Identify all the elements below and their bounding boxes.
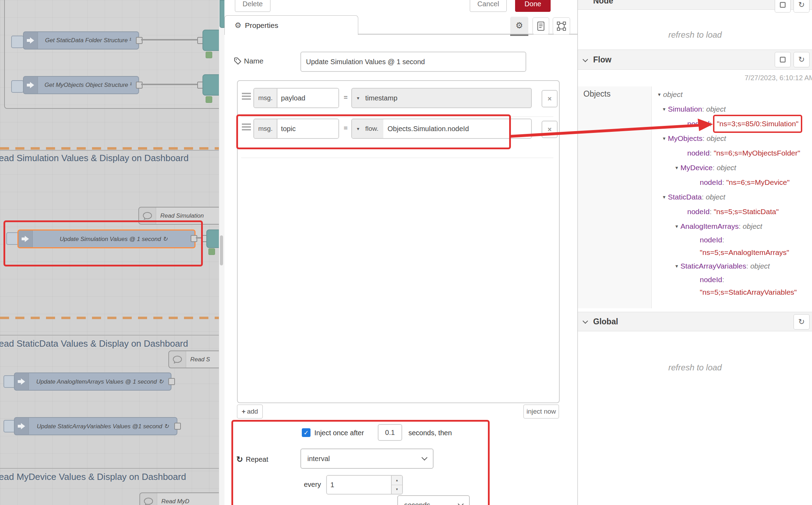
inject-once-checkbox[interactable]: ✓ <box>302 428 311 437</box>
tab-properties[interactable]: ⚙ Properties <box>224 15 358 35</box>
interval-count-input[interactable] <box>327 476 391 494</box>
tree-row-myobjects[interactable]: ▾MyObjects: object <box>655 131 812 146</box>
section-title-simulation: Read Simulation Values & Display on Dash… <box>0 153 189 164</box>
node-inject-update-analogitemarrays[interactable]: Update AnalogItemArrays Values @ 1 secon… <box>14 372 171 391</box>
chevron-down-icon <box>583 318 588 324</box>
refresh-global-context-button[interactable]: ↻ <box>794 314 810 330</box>
refresh-icon: ↻ <box>798 55 805 64</box>
tab-appearance-button[interactable] <box>553 17 570 35</box>
node-comment-read-mydevice[interactable]: Read MyD <box>139 492 226 505</box>
output-port[interactable] <box>136 82 143 89</box>
global-context-empty-message: refresh to load <box>578 363 812 372</box>
document-icon <box>537 22 545 31</box>
frame-icon <box>557 22 566 31</box>
remove-row-button[interactable]: × <box>542 121 558 138</box>
row-divider <box>241 116 553 117</box>
tree-row-staticdata[interactable]: ▾StaticData: object <box>655 190 812 204</box>
tab-properties-icon-button[interactable]: ⚙ <box>510 17 528 34</box>
tree-row-analogitemarrays[interactable]: ▾AnalogItemArrays: object <box>655 219 812 234</box>
typed-input-flow-context[interactable]: ▾ flow. <box>351 119 532 139</box>
node-comment-read-simulation[interactable]: Read Simulation <box>138 207 227 225</box>
prop-name-input[interactable] <box>277 119 338 138</box>
tree-row-staticarrayvariables-nodeid: nodeId: <box>655 273 812 286</box>
node-inject-get-myobjects[interactable]: Get MyObjects Object Structure ¹ <box>23 76 139 94</box>
delete-button[interactable]: Delete <box>235 0 270 12</box>
comment-bubble-icon <box>169 351 186 368</box>
spinner-down-icon: ▼ <box>392 485 402 494</box>
node-inject-get-staticdata[interactable]: Get StaticData Folder Structure ¹ <box>23 31 139 50</box>
node-label: Get MyObjects Object Structure ¹ <box>38 82 138 89</box>
interval-units-select[interactable]: seconds <box>397 495 470 505</box>
annotation-box-nodeid-value: "ns=3;s=85/0:Simulation" <box>713 115 802 133</box>
output-port[interactable] <box>174 423 181 430</box>
add-row-button[interactable]: + add <box>237 405 263 419</box>
caret-icon: ▾ <box>675 263 678 269</box>
divider <box>0 150 219 151</box>
done-button[interactable]: Done <box>515 0 551 12</box>
drag-handle-icon[interactable] <box>242 123 251 125</box>
tab-label: Properties <box>245 21 278 30</box>
copy-flow-context-button[interactable] <box>775 52 791 67</box>
check-icon: ✓ <box>304 429 309 437</box>
caret-icon: ▾ <box>675 223 678 229</box>
section-title: Flow <box>593 55 611 65</box>
prop-row-topic: msg. <box>253 119 339 139</box>
remove-row-button[interactable]: × <box>542 90 558 107</box>
row-divider <box>241 158 553 158</box>
canvas-scrollbar-thumb[interactable] <box>220 235 223 265</box>
repeat-icon: ↻ <box>236 455 243 464</box>
node-inject-update-staticarrayvariables[interactable]: Update StaticArrayVariables Values @1 se… <box>14 417 177 435</box>
inject-now-button[interactable]: inject now <box>523 405 559 419</box>
inject-arrow-icon <box>18 231 33 247</box>
typed-input-timestamp[interactable]: ▾ timestamp <box>351 88 532 108</box>
inject-trigger-button[interactable] <box>11 36 24 48</box>
dropdown-caret-icon: ▾ <box>357 126 359 131</box>
group-boundary <box>0 147 219 150</box>
output-port[interactable] <box>136 37 143 44</box>
inject-trigger-button[interactable] <box>11 80 24 93</box>
copy-node-context-button[interactable] <box>775 0 791 13</box>
context-path-input[interactable] <box>383 125 531 133</box>
tree-row-myobjects-nodeid: nodeId: "ns=6;s=MyObjectsFolder" <box>655 146 812 160</box>
tree-row[interactable]: ▾object <box>655 87 812 102</box>
name-input[interactable] <box>300 52 526 72</box>
repeat-select[interactable]: interval <box>300 449 434 469</box>
number-spinner[interactable]: ▲ ▼ <box>391 476 402 494</box>
context-timestamp: 7/27/2023, 6:10:12 AM <box>745 74 812 82</box>
cancel-button[interactable]: Cancel <box>470 0 507 12</box>
type-label: flow. <box>365 125 378 133</box>
refresh-node-context-button[interactable]: ↻ <box>794 0 810 13</box>
tree-row-staticarrayvariables[interactable]: ▾StaticArrayVariables: object <box>655 259 812 273</box>
prop-name-input[interactable] <box>277 89 338 107</box>
tree-row-simulation[interactable]: ▾Simulation: object <box>655 102 812 116</box>
inject-delay-input[interactable] <box>378 424 402 441</box>
output-port[interactable] <box>191 235 197 242</box>
inject-arrow-icon <box>24 77 38 93</box>
drag-handle-icon[interactable] <box>242 93 251 94</box>
tree-row-analogitemarrays-nodeid-value: "ns=5;s=AnalogItemArrays" <box>655 246 812 259</box>
dropdown-caret-icon: ▾ <box>357 95 359 101</box>
inject-trigger-button[interactable] <box>6 232 19 245</box>
equals-sign: = <box>344 93 348 101</box>
chevron-down-icon <box>583 57 588 62</box>
type-select-button[interactable]: ▾ flow. <box>352 119 383 138</box>
caret-icon: ▾ <box>658 91 661 97</box>
section-title-staticdata: Read StaticData Values & Display on Dash… <box>0 338 188 349</box>
status-dot <box>206 52 212 58</box>
comment-label: Read MyD <box>157 498 189 505</box>
comment-label: Read S <box>186 356 210 363</box>
output-port[interactable] <box>168 378 175 385</box>
seconds-then-label: seconds, then <box>408 429 452 437</box>
refresh-flow-context-button[interactable]: ↻ <box>794 52 810 67</box>
section-header-global[interactable]: Global <box>578 312 812 331</box>
node-label: Update StaticArrayVariables Values @1 se… <box>29 423 177 430</box>
tree-row-mydevice[interactable]: ▾MyDevice: object <box>655 160 812 175</box>
node-inject-update-simulation-selected[interactable]: Update Simulation Values @ 1 second ↻ <box>17 229 196 248</box>
plus-icon: + <box>242 408 246 415</box>
node-label: Update AnalogItemArrays Values @ 1 secon… <box>29 378 171 385</box>
flow-canvas[interactable]: Get StaticData Folder Structure ¹ Get My… <box>0 0 219 505</box>
tab-description-button[interactable] <box>533 17 549 35</box>
square-icon <box>779 56 786 63</box>
caret-icon: ▾ <box>675 165 678 171</box>
node-comment-read-staticdata[interactable]: Read S <box>168 351 225 368</box>
